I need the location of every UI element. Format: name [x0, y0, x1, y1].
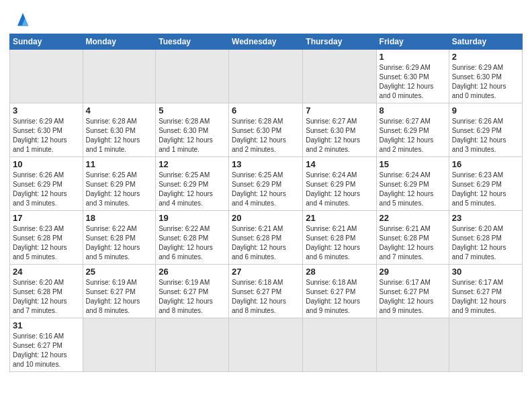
day-info: Sunrise: 6:17 AM Sunset: 6:27 PM Dayligh… [452, 278, 519, 316]
calendar-cell [229, 50, 303, 103]
header [9, 7, 523, 28]
calendar-cell: 31Sunrise: 6:16 AM Sunset: 6:27 PM Dayli… [10, 318, 83, 372]
day-number: 12 [159, 159, 226, 169]
day-number: 18 [86, 213, 153, 223]
calendar-cell: 9Sunrise: 6:26 AM Sunset: 6:29 PM Daylig… [449, 103, 522, 157]
calendar-cell: 23Sunrise: 6:20 AM Sunset: 6:28 PM Dayli… [449, 211, 522, 265]
day-info: Sunrise: 6:19 AM Sunset: 6:27 PM Dayligh… [159, 278, 226, 316]
calendar-cell: 19Sunrise: 6:22 AM Sunset: 6:28 PM Dayli… [156, 211, 229, 265]
calendar-cell: 21Sunrise: 6:21 AM Sunset: 6:28 PM Dayli… [303, 211, 376, 265]
calendar-cell: 8Sunrise: 6:27 AM Sunset: 6:29 PM Daylig… [376, 103, 449, 157]
day-number: 11 [86, 159, 153, 169]
logo-icon [12, 9, 34, 28]
calendar-cell: 13Sunrise: 6:25 AM Sunset: 6:29 PM Dayli… [229, 157, 303, 211]
day-number: 24 [13, 267, 80, 277]
day-info: Sunrise: 6:28 AM Sunset: 6:30 PM Dayligh… [232, 117, 300, 154]
day-number: 19 [159, 213, 226, 223]
day-number: 2 [452, 52, 519, 62]
calendar-cell: 12Sunrise: 6:25 AM Sunset: 6:29 PM Dayli… [156, 157, 229, 211]
calendar-cell [303, 50, 376, 103]
calendar-cell [83, 50, 156, 103]
day-number: 31 [13, 320, 80, 330]
day-number: 5 [159, 105, 226, 116]
day-number: 30 [452, 267, 519, 277]
day-number: 6 [232, 105, 300, 116]
weekday-header-saturday: Saturday [449, 34, 522, 50]
weekday-header-thursday: Thursday [303, 34, 376, 50]
weekday-header-monday: Monday [83, 34, 156, 50]
calendar-cell: 26Sunrise: 6:19 AM Sunset: 6:27 PM Dayli… [156, 265, 229, 318]
calendar-cell: 6Sunrise: 6:28 AM Sunset: 6:30 PM Daylig… [229, 103, 303, 157]
calendar-cell [10, 50, 83, 103]
day-number: 14 [306, 159, 373, 169]
day-number: 3 [13, 105, 80, 116]
weekday-header-row: SundayMondayTuesdayWednesdayThursdayFrid… [10, 34, 523, 50]
day-info: Sunrise: 6:27 AM Sunset: 6:29 PM Dayligh… [380, 117, 446, 154]
day-number: 20 [232, 213, 300, 223]
calendar-cell: 7Sunrise: 6:27 AM Sunset: 6:30 PM Daylig… [303, 103, 376, 157]
calendar-cell: 22Sunrise: 6:21 AM Sunset: 6:28 PM Dayli… [376, 211, 449, 265]
day-info: Sunrise: 6:21 AM Sunset: 6:28 PM Dayligh… [380, 224, 446, 262]
day-info: Sunrise: 6:26 AM Sunset: 6:29 PM Dayligh… [13, 171, 80, 208]
calendar-cell: 14Sunrise: 6:24 AM Sunset: 6:29 PM Dayli… [303, 157, 376, 211]
day-number: 27 [232, 267, 300, 277]
day-number: 10 [13, 159, 80, 169]
day-info: Sunrise: 6:24 AM Sunset: 6:29 PM Dayligh… [306, 171, 373, 208]
calendar-cell: 30Sunrise: 6:17 AM Sunset: 6:27 PM Dayli… [449, 265, 522, 318]
calendar-cell: 3Sunrise: 6:29 AM Sunset: 6:30 PM Daylig… [10, 103, 83, 157]
page: SundayMondayTuesdayWednesdayThursdayFrid… [0, 0, 532, 411]
day-info: Sunrise: 6:23 AM Sunset: 6:29 PM Dayligh… [452, 171, 519, 208]
day-info: Sunrise: 6:18 AM Sunset: 6:27 PM Dayligh… [232, 278, 300, 316]
day-info: Sunrise: 6:27 AM Sunset: 6:30 PM Dayligh… [306, 117, 373, 154]
day-info: Sunrise: 6:24 AM Sunset: 6:29 PM Dayligh… [380, 171, 446, 208]
day-info: Sunrise: 6:16 AM Sunset: 6:27 PM Dayligh… [13, 332, 80, 369]
calendar-cell: 25Sunrise: 6:19 AM Sunset: 6:27 PM Dayli… [83, 265, 156, 318]
calendar-cell: 2Sunrise: 6:29 AM Sunset: 6:30 PM Daylig… [449, 50, 522, 103]
calendar-cell [83, 318, 156, 372]
day-info: Sunrise: 6:28 AM Sunset: 6:30 PM Dayligh… [86, 117, 153, 154]
day-number: 1 [380, 52, 446, 62]
calendar-cell: 16Sunrise: 6:23 AM Sunset: 6:29 PM Dayli… [449, 157, 522, 211]
day-number: 28 [306, 267, 373, 277]
calendar-table: SundayMondayTuesdayWednesdayThursdayFrid… [9, 34, 523, 372]
day-number: 25 [86, 267, 153, 277]
day-info: Sunrise: 6:29 AM Sunset: 6:30 PM Dayligh… [13, 117, 80, 154]
day-number: 15 [380, 159, 446, 169]
calendar-week-row: 1Sunrise: 6:29 AM Sunset: 6:30 PM Daylig… [10, 50, 523, 103]
day-info: Sunrise: 6:23 AM Sunset: 6:28 PM Dayligh… [13, 224, 80, 262]
calendar-week-row: 31Sunrise: 6:16 AM Sunset: 6:27 PM Dayli… [10, 318, 523, 372]
calendar-cell: 10Sunrise: 6:26 AM Sunset: 6:29 PM Dayli… [10, 157, 83, 211]
day-number: 8 [380, 105, 446, 116]
calendar-cell [303, 318, 376, 372]
day-info: Sunrise: 6:29 AM Sunset: 6:30 PM Dayligh… [452, 63, 519, 101]
day-info: Sunrise: 6:28 AM Sunset: 6:30 PM Dayligh… [159, 117, 226, 154]
day-info: Sunrise: 6:25 AM Sunset: 6:29 PM Dayligh… [86, 171, 153, 208]
day-info: Sunrise: 6:22 AM Sunset: 6:28 PM Dayligh… [159, 224, 226, 262]
weekday-header-tuesday: Tuesday [156, 34, 229, 50]
calendar-cell [229, 318, 303, 372]
day-info: Sunrise: 6:18 AM Sunset: 6:27 PM Dayligh… [306, 278, 373, 316]
day-number: 9 [452, 105, 519, 116]
calendar-cell: 11Sunrise: 6:25 AM Sunset: 6:29 PM Dayli… [83, 157, 156, 211]
calendar-cell [156, 50, 229, 103]
day-info: Sunrise: 6:19 AM Sunset: 6:27 PM Dayligh… [86, 278, 153, 316]
calendar-cell: 20Sunrise: 6:21 AM Sunset: 6:28 PM Dayli… [229, 211, 303, 265]
day-number: 13 [232, 159, 300, 169]
day-info: Sunrise: 6:21 AM Sunset: 6:28 PM Dayligh… [306, 224, 373, 262]
calendar-cell: 17Sunrise: 6:23 AM Sunset: 6:28 PM Dayli… [10, 211, 83, 265]
calendar-cell: 4Sunrise: 6:28 AM Sunset: 6:30 PM Daylig… [83, 103, 156, 157]
calendar-cell: 1Sunrise: 6:29 AM Sunset: 6:30 PM Daylig… [376, 50, 449, 103]
day-number: 26 [159, 267, 226, 277]
day-info: Sunrise: 6:20 AM Sunset: 6:28 PM Dayligh… [13, 278, 80, 316]
calendar-week-row: 17Sunrise: 6:23 AM Sunset: 6:28 PM Dayli… [10, 211, 523, 265]
day-info: Sunrise: 6:25 AM Sunset: 6:29 PM Dayligh… [159, 171, 226, 208]
calendar-cell: 24Sunrise: 6:20 AM Sunset: 6:28 PM Dayli… [10, 265, 83, 318]
calendar-cell: 15Sunrise: 6:24 AM Sunset: 6:29 PM Dayli… [376, 157, 449, 211]
calendar-cell [449, 318, 522, 372]
day-info: Sunrise: 6:26 AM Sunset: 6:29 PM Dayligh… [452, 117, 519, 154]
calendar-cell: 5Sunrise: 6:28 AM Sunset: 6:30 PM Daylig… [156, 103, 229, 157]
day-number: 21 [306, 213, 373, 223]
calendar-cell [156, 318, 229, 372]
day-info: Sunrise: 6:25 AM Sunset: 6:29 PM Dayligh… [232, 171, 300, 208]
weekday-header-friday: Friday [376, 34, 449, 50]
